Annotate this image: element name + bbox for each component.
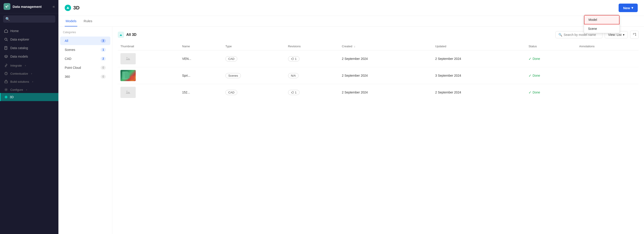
svg-point-18 xyxy=(126,57,128,58)
col-revisions: Revisions xyxy=(285,42,339,50)
category-point-cloud[interactable]: Point Cloud 0 xyxy=(60,63,110,72)
category-360[interactable]: 360 0 xyxy=(60,72,110,81)
row2-name: Spri... xyxy=(180,67,223,84)
row2-revisions: N/A xyxy=(285,67,339,84)
svg-rect-12 xyxy=(5,81,8,83)
topbar-3d-icon xyxy=(65,5,71,11)
row3-annotations xyxy=(576,84,638,101)
tab-rules[interactable]: Rules xyxy=(83,16,93,26)
categories-panel: Categories All 3 Scenes 1 CAD 2 Point Cl… xyxy=(58,27,112,234)
type-badge: CAD xyxy=(226,90,237,95)
revisions-badge: 1 xyxy=(288,56,300,61)
sidebar-item-3d[interactable]: 3D xyxy=(0,93,58,101)
row1-type: CAD xyxy=(223,50,285,67)
data-table: Thumbnail Name Type Revisions Created ↓ … xyxy=(118,42,638,101)
row1-revisions: 1 xyxy=(285,50,339,67)
status-badge: ✓ Done xyxy=(528,57,574,61)
sort-button[interactable] xyxy=(630,31,638,39)
revisions-badge: N/A xyxy=(288,73,299,78)
dropdown-item-model[interactable]: Model xyxy=(584,15,620,24)
sidebar-item-contextualize[interactable]: Contextualize › xyxy=(0,69,58,77)
col-annotations: Annotations xyxy=(576,42,638,50)
row2-annotations xyxy=(576,67,638,84)
page-title: 3D xyxy=(73,5,80,11)
col-type: Type xyxy=(223,42,285,50)
new-button[interactable]: New ▾ xyxy=(618,3,638,12)
search-icon xyxy=(4,37,8,41)
row1-updated: 2 September 2024 xyxy=(432,50,526,67)
row3-status: ✓ Done xyxy=(526,84,576,101)
category-cad-count: 2 xyxy=(101,57,106,61)
svg-point-13 xyxy=(6,89,7,90)
table-header-left: All 3D xyxy=(118,32,136,38)
tools-icon xyxy=(4,80,8,84)
all-3d-label: All 3D xyxy=(126,33,136,37)
categories-label: Categories xyxy=(58,31,112,36)
gear-icon xyxy=(4,88,8,92)
sidebar-item-data-models[interactable]: Data models xyxy=(0,52,58,61)
status-badge: ✓ Done xyxy=(528,74,574,78)
sidebar-item-contextualize-label: Contextualize xyxy=(10,72,28,75)
type-badge: Scenes xyxy=(226,73,241,78)
home-icon xyxy=(4,29,8,33)
new-button-label: New xyxy=(623,6,630,10)
svg-point-11 xyxy=(6,74,6,74)
row1-name: VEN... xyxy=(180,50,223,67)
sidebar-nav: Home Data explorer Data catalog Data mod… xyxy=(0,25,58,234)
sidebar-item-home-label: Home xyxy=(10,29,19,33)
sidebar-collapse-button[interactable]: « xyxy=(52,4,55,9)
topbar-right: Model Scene New ▾ xyxy=(618,3,638,12)
layers-icon xyxy=(4,54,8,58)
3d-dot-icon xyxy=(5,96,8,98)
new-button-chevron: ▾ xyxy=(632,6,633,10)
sidebar-item-build-solutions[interactable]: Build solutions › xyxy=(0,77,58,85)
table-area: All 3D 🔍 View: List ▾ xyxy=(112,27,644,234)
tab-models[interactable]: Models xyxy=(65,16,77,26)
dropdown-item-scene[interactable]: Scene xyxy=(584,24,620,33)
table-header-row: Thumbnail Name Type Revisions Created ↓ … xyxy=(118,42,638,50)
sidebar-item-integrate[interactable]: Integrate › xyxy=(0,61,58,69)
category-360-count: 0 xyxy=(101,75,106,79)
topbar-left: 3D xyxy=(65,5,80,11)
created-sort-icon: ↓ xyxy=(354,45,355,48)
col-updated: Updated xyxy=(432,42,526,50)
category-all[interactable]: All 3 xyxy=(60,36,110,45)
sidebar-item-data-catalog[interactable]: Data catalog xyxy=(0,44,58,52)
status-badge: ✓ Done xyxy=(528,90,574,95)
sidebar-search-input[interactable] xyxy=(3,15,55,23)
row3-revisions: 1 xyxy=(285,84,339,101)
col-status: Status xyxy=(526,42,576,50)
category-cad-label: CAD xyxy=(65,57,72,61)
row2-status: ✓ Done xyxy=(526,67,576,84)
sidebar-item-data-explorer-label: Data explorer xyxy=(10,38,29,41)
sidebar-item-3d-label: 3D xyxy=(10,95,14,99)
table-row[interactable]: VEN... CAD 1 2 September 2024 2 Septembe… xyxy=(118,50,638,67)
sidebar-item-configure[interactable]: Configure › xyxy=(0,85,58,93)
sidebar-item-home[interactable]: Home xyxy=(0,27,58,35)
col-created: Created ↓ xyxy=(339,42,432,50)
category-scenes-count: 1 xyxy=(101,48,106,52)
thumbnail-placeholder xyxy=(120,87,136,98)
sidebar-item-data-catalog-label: Data catalog xyxy=(10,46,28,50)
sidebar: Data management « Home Data explorer Dat… xyxy=(0,0,58,234)
table-row[interactable]: 152... CAD 1 2 September 2024 2 Septembe… xyxy=(118,84,638,101)
row1-thumbnail xyxy=(118,50,180,67)
sidebar-item-data-explorer[interactable]: Data explorer xyxy=(0,35,58,44)
category-all-label: All xyxy=(65,39,68,43)
tabs-bar: Models Rules xyxy=(58,16,644,27)
search-input[interactable] xyxy=(564,33,600,36)
contextualize-arrow-icon: › xyxy=(31,72,32,75)
build-solutions-arrow-icon: › xyxy=(32,80,33,83)
topbar: 3D Model Scene New ▾ xyxy=(58,0,644,16)
category-point-cloud-count: 0 xyxy=(101,66,106,70)
configure-arrow-icon: › xyxy=(26,88,27,91)
integrate-arrow-icon: › xyxy=(25,64,26,67)
col-thumbnail: Thumbnail xyxy=(118,42,180,50)
category-cad[interactable]: CAD 2 xyxy=(60,54,110,63)
check-circle-icon: ✓ xyxy=(528,90,532,95)
table-row[interactable]: Spri... Scenes N/A 2 September 2024 3 Se… xyxy=(118,67,638,84)
category-scenes[interactable]: Scenes 1 xyxy=(60,45,110,54)
table-header: All 3D 🔍 View: List ▾ xyxy=(118,31,638,39)
sidebar-item-data-models-label: Data models xyxy=(10,55,28,58)
logo-icon xyxy=(4,3,10,10)
